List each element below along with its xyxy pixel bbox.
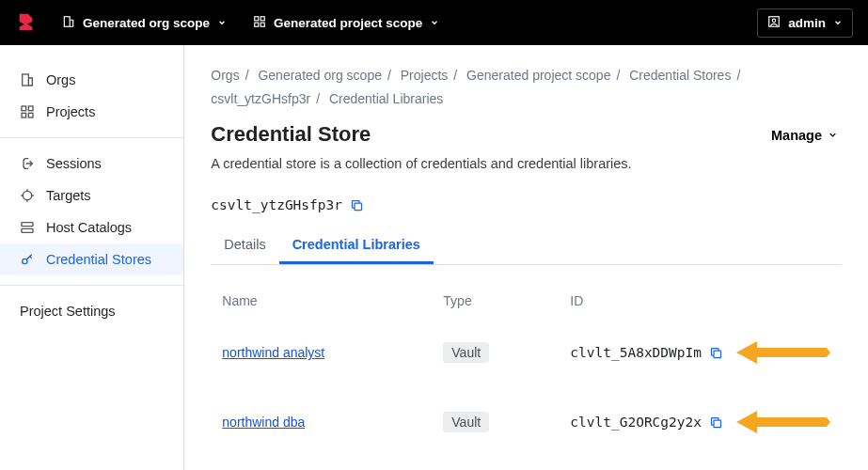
crumb-project-scope[interactable]: Generated project scope [466, 68, 610, 83]
credential-library-id: clvlt_G2ORCg2y2x [570, 415, 702, 430]
sidebar-item-label: Orgs [46, 72, 75, 87]
org-icon [20, 72, 35, 87]
sidebar-item-label: Project Settings [20, 304, 116, 319]
svg-rect-7 [23, 74, 29, 86]
type-badge: Vault [443, 342, 489, 363]
boundary-logo-icon [15, 11, 38, 34]
chevron-down-icon [430, 16, 439, 30]
sidebar-item-label: Sessions [46, 156, 102, 171]
manage-label: Manage [771, 128, 822, 143]
credential-libraries-table: Name Type ID northwind analyst Vault clv… [211, 284, 842, 457]
crumb-cred-libraries[interactable]: Credential Libraries [329, 91, 443, 106]
project-scope-selector[interactable]: Generated project scope [244, 9, 449, 37]
svg-marker-18 [736, 341, 830, 364]
svg-rect-3 [255, 23, 259, 26]
page-subtitle: A credential store is a collection of cr… [211, 154, 631, 175]
svg-rect-13 [22, 223, 33, 227]
chevron-down-icon [833, 16, 843, 30]
svg-rect-2 [260, 16, 264, 20]
credential-library-link[interactable]: northwind analyst [222, 345, 324, 360]
tab-credential-libraries[interactable]: Credential Libraries [279, 227, 434, 264]
servers-icon [20, 220, 35, 235]
copy-icon[interactable] [350, 198, 364, 212]
svg-rect-19 [714, 420, 721, 428]
svg-rect-17 [714, 351, 721, 358]
manage-button[interactable]: Manage [767, 122, 842, 149]
svg-point-15 [23, 258, 27, 263]
crumb-sep: / [448, 68, 463, 83]
svg-rect-4 [260, 23, 264, 26]
sidebar-item-label: Credential Stores [46, 252, 151, 267]
svg-rect-14 [22, 228, 33, 232]
sidebar-item-label: Targets [46, 188, 91, 203]
table-header: Name Type ID [211, 284, 842, 318]
svg-point-6 [772, 19, 776, 23]
crumb-credential-stores[interactable]: Credential Stores [629, 68, 731, 83]
exit-icon [20, 156, 35, 171]
svg-rect-0 [64, 16, 70, 26]
svg-point-12 [23, 191, 31, 199]
sidebar-item-targets[interactable]: Targets [0, 180, 183, 212]
project-scope-label: Generated project scope [274, 16, 422, 30]
grid-icon [20, 104, 35, 119]
tabs: Details Credential Libraries [211, 227, 842, 265]
key-icon [20, 252, 35, 267]
svg-rect-16 [355, 203, 362, 211]
target-icon [20, 188, 35, 203]
chevron-down-icon [828, 128, 838, 143]
grid-icon [253, 15, 266, 31]
table-row: northwind dba Vault clvlt_G2ORCg2y2x [211, 387, 842, 457]
crumb-org-scope[interactable]: Generated org scope [258, 68, 382, 83]
svg-rect-11 [28, 113, 33, 118]
user-menu[interactable]: admin [757, 8, 853, 38]
store-id-value: csvlt_ytzGHsfp3r [211, 197, 342, 212]
sidebar-item-projects[interactable]: Projects [0, 96, 183, 128]
user-icon [767, 15, 781, 31]
col-header-type: Type [443, 293, 570, 308]
sidebar-item-sessions[interactable]: Sessions [0, 148, 183, 180]
annotation-arrow-icon [736, 408, 830, 436]
svg-rect-10 [22, 113, 26, 118]
sidebar-item-project-settings[interactable]: Project Settings [0, 295, 183, 327]
col-header-name: Name [222, 293, 443, 308]
breadcrumb: Orgs/ Generated org scope/ Projects/ Gen… [211, 64, 842, 111]
svg-rect-8 [22, 106, 26, 111]
crumb-orgs[interactable]: Orgs [211, 68, 239, 83]
crumb-sep: / [240, 68, 255, 83]
copy-icon[interactable] [709, 415, 723, 430]
crumb-sep: / [610, 68, 625, 83]
sidebar-item-orgs[interactable]: Orgs [0, 64, 183, 96]
crumb-projects[interactable]: Projects [401, 68, 449, 83]
sidebar: Orgs Projects Sessions Targets Host Cata… [0, 45, 184, 470]
svg-marker-20 [736, 411, 830, 433]
crumb-store-id[interactable]: csvlt_ytzGHsfp3r [211, 91, 310, 106]
main-content: Orgs/ Generated org scope/ Projects/ Gen… [184, 45, 868, 470]
chevron-down-icon [217, 16, 227, 30]
crumb-sep: / [731, 68, 746, 83]
credential-library-id: clvlt_5A8xDDWpIm [570, 345, 702, 360]
tab-details[interactable]: Details [211, 227, 278, 264]
annotation-arrow-icon [736, 338, 830, 367]
table-row: northwind analyst Vault clvlt_5A8xDDWpIm [211, 318, 842, 387]
org-scope-selector[interactable]: Generated org scope [53, 9, 236, 37]
sidebar-item-label: Host Catalogs [46, 220, 132, 235]
sidebar-item-host-catalogs[interactable]: Host Catalogs [0, 212, 183, 243]
crumb-sep: / [310, 91, 325, 106]
topbar: Generated org scope Generated project sc… [0, 0, 868, 45]
copy-icon[interactable] [709, 346, 723, 360]
crumb-sep: / [382, 68, 397, 83]
credential-library-link[interactable]: northwind dba [222, 415, 305, 430]
svg-rect-9 [28, 106, 33, 111]
col-header-id: ID [570, 293, 830, 308]
sidebar-item-credential-stores[interactable]: Credential Stores [0, 243, 183, 275]
org-scope-label: Generated org scope [83, 16, 210, 30]
org-icon [62, 15, 75, 31]
svg-rect-1 [255, 16, 259, 20]
sidebar-item-label: Projects [46, 104, 95, 119]
store-id-row: csvlt_ytzGHsfp3r [211, 197, 842, 212]
page-title: Credential Store [211, 122, 631, 147]
type-badge: Vault [443, 412, 489, 432]
user-label: admin [788, 16, 826, 30]
